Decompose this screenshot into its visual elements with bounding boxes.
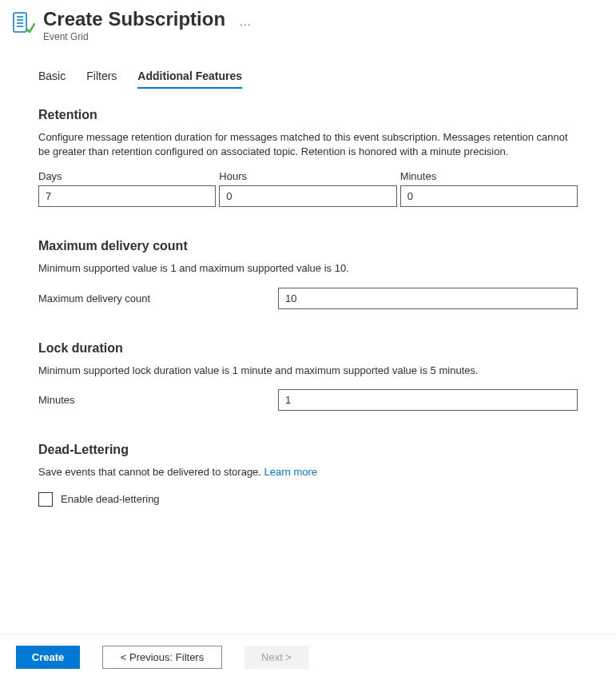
- retention-description: Configure message retention duration for…: [38, 130, 578, 159]
- delivery-description: Minimum supported value is 1 and maximum…: [38, 261, 578, 276]
- tab-filters[interactable]: Filters: [86, 70, 117, 89]
- hours-input[interactable]: [219, 185, 396, 207]
- retention-heading: Retention: [38, 108, 578, 122]
- lock-heading: Lock duration: [38, 341, 578, 356]
- tab-additional-features[interactable]: Additional Features: [137, 70, 242, 89]
- days-input[interactable]: [38, 185, 216, 207]
- subscription-icon: [13, 11, 35, 34]
- delivery-count-input[interactable]: [278, 288, 578, 309]
- delivery-count-label: Maximum delivery count: [38, 292, 278, 304]
- enable-deadlettering-checkbox[interactable]: [38, 492, 53, 507]
- more-actions-button[interactable]: ···: [240, 18, 252, 30]
- days-label: Days: [38, 170, 216, 182]
- minutes-input[interactable]: [400, 185, 578, 207]
- page-subtitle: Event Grid: [43, 31, 225, 42]
- enable-deadlettering-label: Enable dead-lettering: [61, 493, 160, 505]
- lock-minutes-label: Minutes: [38, 394, 278, 406]
- lock-minutes-input[interactable]: [278, 389, 578, 411]
- delivery-heading: Maximum delivery count: [38, 239, 578, 253]
- previous-button[interactable]: < Previous: Filters: [102, 646, 222, 669]
- page-title: Create Subscription: [43, 8, 225, 30]
- minutes-label: Minutes: [400, 170, 578, 182]
- next-button[interactable]: Next >: [244, 646, 308, 669]
- deadletter-heading: Dead-Lettering: [38, 443, 578, 457]
- learn-more-link[interactable]: Learn more: [264, 466, 317, 478]
- hours-label: Hours: [219, 170, 396, 182]
- deadletter-description: Save events that cannot be delivered to …: [38, 465, 578, 479]
- svg-rect-0: [14, 13, 26, 32]
- lock-description: Minimum supported lock duration value is…: [38, 364, 578, 378]
- create-button[interactable]: Create: [16, 646, 80, 669]
- tab-basic[interactable]: Basic: [38, 70, 66, 89]
